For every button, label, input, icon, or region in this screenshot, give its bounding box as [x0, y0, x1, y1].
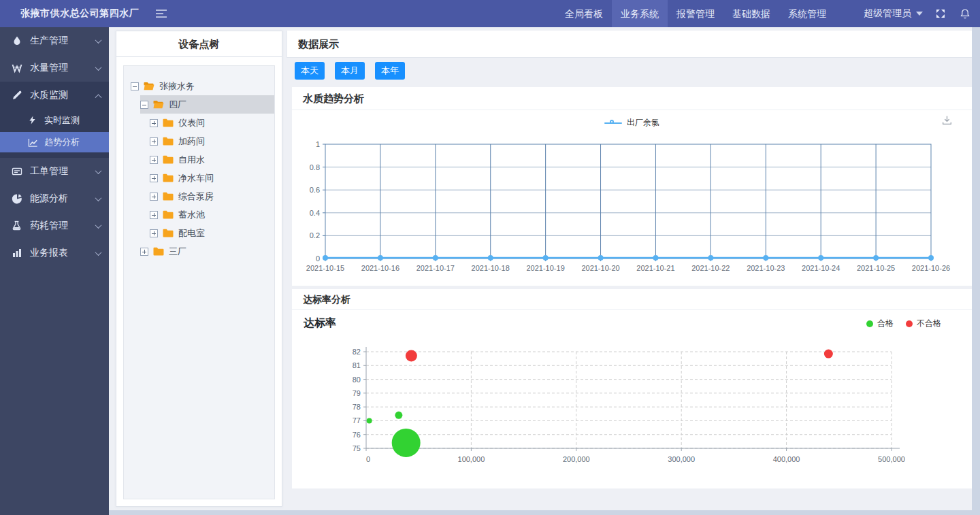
tree-collapse-icon[interactable]: [131, 82, 139, 90]
tree-expand-icon[interactable]: [150, 174, 158, 182]
folder-closed-icon: [153, 247, 164, 256]
legend-item[interactable]: 合格: [866, 318, 894, 329]
sidebar-item[interactable]: 业务报表: [0, 239, 109, 267]
svg-text:0.4: 0.4: [310, 209, 320, 217]
tree-expand-icon[interactable]: [150, 137, 158, 146]
nav-item-2[interactable]: 业务系统: [612, 0, 668, 27]
top-navbar: 张掖市供水总公司第四水厂 全局看板业务系统报警管理基础数据系统管理 超级管理员: [0, 0, 980, 27]
folder-closed-icon: [163, 173, 174, 182]
fullscreen-icon[interactable]: [935, 8, 946, 19]
svg-text:78: 78: [353, 403, 361, 411]
nav-item-4[interactable]: 基础数据: [723, 0, 779, 27]
sidebar-item[interactable]: 工单管理: [0, 158, 109, 185]
tree-node[interactable]: 净水车间: [124, 169, 274, 187]
chevron-down-icon: [95, 249, 102, 256]
legend-label: 合格: [877, 318, 894, 329]
tree-expand-icon[interactable]: [150, 119, 158, 127]
svg-text:500,000: 500,000: [878, 455, 905, 463]
trend-analysis-icon: [28, 137, 38, 147]
device-tree: 张掖水务四厂仪表间加药间自用水净水车间综合泵房蓄水池配电室三厂: [123, 65, 275, 499]
chevron-down-icon: [95, 195, 102, 201]
folder-closed-icon: [163, 118, 174, 127]
filter-button-3[interactable]: 本年: [375, 62, 405, 80]
folder-closed-icon: [163, 192, 174, 201]
sidebar-item[interactable]: 药耗管理: [0, 212, 109, 239]
filter-button-1[interactable]: 本天: [295, 62, 325, 80]
sidebar-item[interactable]: 水量管理: [0, 54, 109, 82]
tree-node-body: 张掖水务: [131, 77, 274, 95]
nav-item-1[interactable]: 全局看板: [556, 0, 612, 27]
tree-expand-icon[interactable]: [150, 211, 158, 219]
tree-node[interactable]: 仪表间: [124, 114, 274, 132]
tree-node[interactable]: 四厂: [124, 95, 274, 114]
trend-chart-legend[interactable]: 出厂余氯: [292, 117, 972, 129]
chevron-down-icon: [95, 167, 102, 174]
tree-node[interactable]: 蓄水池: [124, 205, 274, 224]
collapse-menu-icon[interactable]: [155, 9, 167, 18]
sidebar-item[interactable]: 能源分析: [0, 185, 109, 212]
caret-down-icon: [916, 12, 923, 16]
svg-text:0.6: 0.6: [310, 186, 320, 194]
nav-item-3[interactable]: 报警管理: [668, 0, 723, 27]
energy-pie-icon: [12, 193, 23, 204]
folder-closed-icon: [163, 210, 174, 219]
tree-node[interactable]: 自用水: [124, 150, 274, 169]
folder-closed-icon: [163, 155, 174, 164]
tree-collapse-icon[interactable]: [140, 101, 148, 109]
compliance-legend: 合格不合格: [866, 318, 941, 329]
tree-expand-icon[interactable]: [140, 248, 148, 256]
tree-node-body: 加药间: [150, 132, 274, 150]
tree-expand-icon[interactable]: [150, 229, 158, 237]
svg-text:100,000: 100,000: [458, 455, 485, 463]
svg-text:77: 77: [353, 416, 361, 425]
svg-text:2021-10-22: 2021-10-22: [691, 264, 730, 272]
tree-node[interactable]: 三厂: [124, 242, 274, 261]
compliance-section-title: 达标率分析: [292, 289, 972, 310]
tree-node-label: 净水车间: [178, 172, 214, 184]
horizontal-scrollbar[interactable]: [109, 510, 980, 515]
tree-panel-title: 设备点树: [116, 31, 282, 57]
svg-text:2021-10-24: 2021-10-24: [802, 264, 840, 272]
filter-button-2[interactable]: 本月: [335, 62, 365, 80]
tree-node-label: 配电室: [178, 227, 205, 239]
svg-text:82: 82: [353, 348, 361, 356]
sidebar-item[interactable]: 生产管理: [0, 27, 109, 54]
tree-node-label: 张掖水务: [159, 80, 195, 93]
water-quality-icon: [12, 90, 23, 101]
tree-node[interactable]: 综合泵房: [124, 187, 274, 205]
tree-node-label: 三厂: [169, 246, 186, 258]
chevron-down-icon: [95, 37, 102, 44]
svg-text:2021-10-17: 2021-10-17: [416, 264, 455, 272]
scatter-point: [406, 350, 417, 362]
tree-node[interactable]: 配电室: [124, 224, 274, 242]
app-title: 张掖市供水总公司第四水厂: [20, 7, 139, 20]
tree-node-body: 综合泵房: [150, 187, 274, 205]
sidebar-subitem[interactable]: 趋势分析: [0, 132, 109, 152]
tree-node[interactable]: 加药间: [124, 132, 274, 150]
tree-node-body: 自用水: [150, 150, 274, 169]
svg-text:2021-10-26: 2021-10-26: [912, 264, 950, 272]
nav-item-5[interactable]: 系统管理: [779, 0, 835, 27]
vertical-scrollbar[interactable]: [972, 27, 980, 515]
tree-expand-icon[interactable]: [150, 156, 158, 164]
tree-expand-icon[interactable]: [150, 193, 158, 201]
tree-node-body: 净水车间: [150, 169, 274, 187]
sidebar-item-label: 工单管理: [30, 165, 96, 178]
sidebar-item-label: 业务报表: [30, 247, 96, 259]
tree-node[interactable]: 张掖水务: [124, 77, 274, 95]
sidebar-subitem[interactable]: 实时监测: [0, 110, 109, 131]
sidebar-item[interactable]: 水质监测: [0, 82, 109, 109]
svg-text:80: 80: [353, 376, 361, 384]
svg-text:200,000: 200,000: [563, 455, 590, 463]
user-menu[interactable]: 超级管理员: [864, 7, 923, 20]
legend-dot-icon: [866, 320, 873, 327]
download-icon[interactable]: [941, 114, 953, 126]
sidebar: 生产管理水量管理水质监测实时监测趋势分析工单管理能源分析药耗管理业务报表: [0, 27, 109, 515]
tree-node-body: 仪表间: [150, 114, 274, 132]
tree-node-label: 综合泵房: [178, 190, 214, 203]
legend-item[interactable]: 不合格: [906, 318, 941, 329]
sidebar-subitem-label: 趋势分析: [44, 136, 80, 148]
bell-icon[interactable]: [960, 8, 970, 19]
tree-node-body: 四厂: [140, 95, 274, 114]
svg-text:1: 1: [316, 140, 320, 148]
